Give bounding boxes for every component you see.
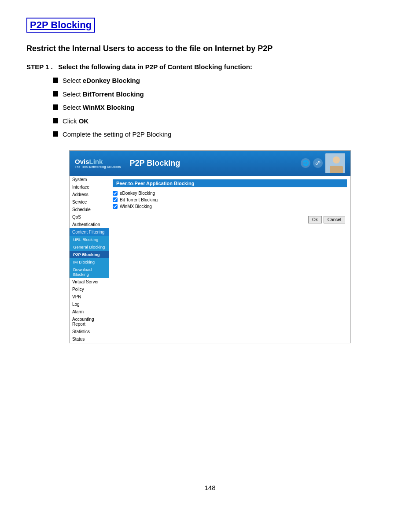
globe-icon: 🌐 xyxy=(301,158,310,168)
step-intro-suffix: function: xyxy=(222,63,252,71)
step-label: STEP 1 . Select the following data in P2… xyxy=(26,63,394,71)
sidebar-item-policy[interactable]: Policy xyxy=(70,286,109,293)
winmx-label: WinMX Blocking xyxy=(120,204,152,209)
sidebar-item-accounting-report[interactable]: Accounting Report xyxy=(70,316,109,328)
instruction-text: Select WinMX Blocking xyxy=(63,103,134,113)
bittorrent-label: Bit Torrent Blocking xyxy=(120,197,158,202)
sidebar-item-statistics[interactable]: Statistics xyxy=(70,328,109,335)
winmx-checkbox-row: WinMX Blocking xyxy=(113,204,347,209)
step-dot: . xyxy=(51,63,53,71)
instructions-list: Select eDonkey Blocking Select BitTorren… xyxy=(53,76,394,140)
sidebar-item-system[interactable]: System xyxy=(70,176,109,183)
sidebar-item-content-filtering[interactable]: Content Filtering xyxy=(70,228,109,236)
step-bold1: P2P xyxy=(145,63,158,71)
step-intro-prefix: Select the following data in xyxy=(58,63,145,71)
logo-link: Link xyxy=(89,158,103,165)
sidebar-item-schedule[interactable]: Schedule xyxy=(70,206,109,213)
edonkey-checkbox[interactable] xyxy=(113,191,118,196)
sidebar-item-log[interactable]: Log xyxy=(70,301,109,308)
list-item: Complete the setting of P2P Blocking xyxy=(53,130,394,140)
network-icon: ☍ xyxy=(313,158,323,168)
logo-tagline: The Total Networking Solutions xyxy=(75,165,121,168)
sidebar-item-interface[interactable]: Interface xyxy=(70,183,109,191)
instruction-text: Click OK xyxy=(63,116,88,126)
sidebar-item-status[interactable]: Status xyxy=(70,335,109,343)
bullet-icon xyxy=(53,118,58,123)
router-header-icons: 🌐 ☍ xyxy=(301,153,345,173)
router-header-title: P2P Blocking xyxy=(129,159,301,168)
router-header: OvisLink The Total Networking Solutions … xyxy=(70,151,350,176)
ok-cancel-row: Ok Cancel xyxy=(113,216,347,223)
router-sidebar: System Interface Address Service Schedul… xyxy=(70,176,109,343)
section-heading: Restrict the Internal Users to access to… xyxy=(26,43,394,54)
bittorrent-checkbox-row: Bit Torrent Blocking xyxy=(113,197,347,202)
page-title: P2P Blocking xyxy=(26,18,95,33)
bullet-icon xyxy=(53,91,58,97)
sidebar-item-url-blocking[interactable]: URL Blocking xyxy=(70,236,109,243)
cancel-button[interactable]: Cancel xyxy=(324,216,345,223)
bullet-icon xyxy=(53,78,58,83)
logo-ovis: Ovis xyxy=(75,158,89,165)
step-bold2: Content Blocking xyxy=(167,63,222,71)
instruction-text: Select eDonkey Blocking xyxy=(63,76,140,86)
router-body: System Interface Address Service Schedul… xyxy=(70,176,350,343)
instruction-text: Complete the setting of P2P Blocking xyxy=(63,130,171,140)
list-item: Select BitTorrent Blocking xyxy=(53,89,394,100)
ok-button[interactable]: Ok xyxy=(308,216,322,223)
sidebar-item-download-blocking[interactable]: Download Blocking xyxy=(70,266,109,278)
page-number: 148 xyxy=(0,484,420,491)
bullet-icon xyxy=(53,131,58,137)
winmx-checkbox[interactable] xyxy=(113,204,118,209)
step-intro-mid: of xyxy=(158,63,168,71)
list-item: Select eDonkey Blocking xyxy=(53,76,394,86)
sidebar-item-general-blocking[interactable]: General Blocking xyxy=(70,243,109,251)
bullet-icon xyxy=(53,104,58,110)
content-title-bar: Peer-to-Peer Application Blocking xyxy=(113,179,347,187)
router-main-content: Peer-to-Peer Application Blocking eDonke… xyxy=(109,176,350,343)
router-logo: OvisLink The Total Networking Solutions xyxy=(75,158,121,168)
list-item: Select WinMX Blocking xyxy=(53,103,394,113)
sidebar-item-p2p-blocking[interactable]: P2P Blocking xyxy=(70,251,109,258)
list-item: Click OK xyxy=(53,116,394,126)
edonkey-checkbox-row: eDonkey Blocking xyxy=(113,191,347,196)
svg-rect-2 xyxy=(330,166,343,173)
edonkey-label: eDonkey Blocking xyxy=(120,191,155,196)
sidebar-item-im-blocking[interactable]: IM Blocking xyxy=(70,258,109,266)
sidebar-item-virtual-server[interactable]: Virtual Server xyxy=(70,278,109,286)
sidebar-item-vpn[interactable]: VPN xyxy=(70,293,109,301)
header-photo xyxy=(325,153,345,173)
sidebar-item-address[interactable]: Address xyxy=(70,191,109,198)
bittorrent-checkbox[interactable] xyxy=(113,197,118,202)
step-number: STEP 1 xyxy=(26,63,49,71)
sidebar-item-qos[interactable]: QoS xyxy=(70,213,109,221)
sidebar-item-authentication[interactable]: Authentication xyxy=(70,221,109,228)
svg-point-1 xyxy=(333,156,340,163)
sidebar-item-alarm[interactable]: Alarm xyxy=(70,308,109,316)
sidebar-item-service[interactable]: Service xyxy=(70,198,109,206)
router-ui-screenshot: OvisLink The Total Networking Solutions … xyxy=(69,150,351,343)
instruction-text: Select BitTorrent Blocking xyxy=(63,89,144,100)
